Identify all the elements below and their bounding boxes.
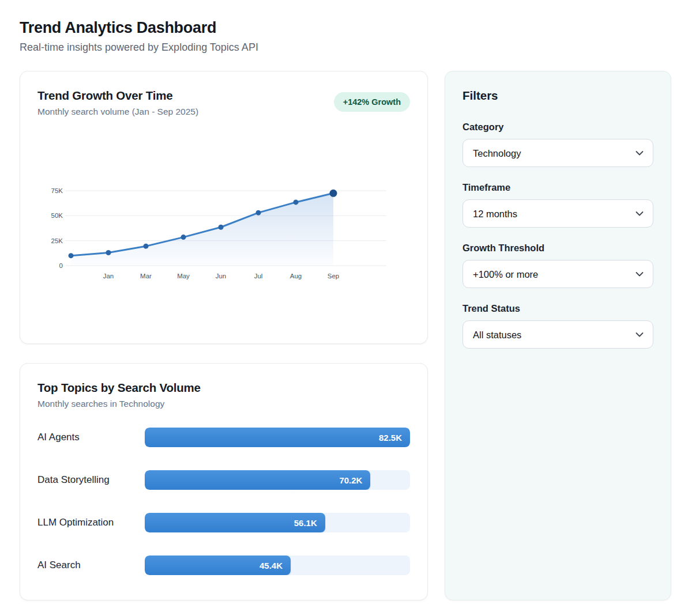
bar-value-label: 45.4K [260,561,283,570]
bar-track: 82.5K [145,428,410,447]
category-select[interactable]: Technology [462,139,653,167]
page-title: Trend Analytics Dashboard [20,19,671,37]
growth-threshold-select[interactable]: +100% or more [462,260,653,288]
top-topics-card: Top Topics by Search Volume Monthly sear… [20,363,428,600]
bar: 82.5K [145,428,410,447]
data-point [181,235,186,240]
area-fill [71,193,333,266]
filter-label-category: Category [462,122,653,133]
trend-status-select[interactable]: All statuses [462,320,653,349]
trend-card-subtitle: Monthly search volume (Jan - Sep 2025) [37,107,198,117]
y-axis-tick-label: 50K [51,212,63,219]
trend-card-title: Trend Growth Over Time [37,89,198,103]
data-point [294,199,299,205]
bar: 70.2K [145,470,370,490]
filter-group-timeframe: Timeframe12 months [462,182,653,228]
x-axis-tick-label: Jun [216,273,227,279]
trend-card-titles: Trend Growth Over Time Monthly search vo… [37,89,198,117]
filter-label-timeframe: Timeframe [462,182,653,193]
bar: 45.4K [145,555,291,575]
filters-panel: Filters CategoryTechnologyTimeframe12 mo… [445,71,671,600]
bar-value-label: 82.5K [379,433,402,443]
x-axis-tick-label: Jul [254,273,263,279]
bar-value-label: 70.2K [339,475,362,485]
select-wrapper: +100% or more [462,260,653,288]
filter-group-category: CategoryTechnology [462,122,653,167]
select-wrapper: All statuses [462,320,653,349]
bar-value-label: 56.1K [294,518,317,528]
y-axis-tick-label: 75K [51,187,63,194]
page-subtitle: Real-time insights powered by Exploding … [20,41,671,54]
data-point [219,225,224,230]
main-layout: Trend Growth Over Time Monthly search vo… [20,71,671,600]
x-axis-tick-label: Jan [103,273,114,279]
trend-card-header: Trend Growth Over Time Monthly search vo… [37,89,410,117]
select-wrapper: Technology [462,139,653,167]
bar-category-label: LLM Optimization [37,517,145,528]
bar-row: LLM Optimization56.1K [37,513,410,532]
page-header: Trend Analytics Dashboard Real-time insi… [20,19,671,54]
bar-category-label: Data Storytelling [37,474,145,486]
bar-category-label: AI Agents [37,432,145,443]
data-point [256,210,261,216]
trend-line-chart: 025K50K75KJanMarMayJunJulAugSep [37,185,411,284]
x-axis-tick-label: Aug [290,273,302,279]
filter-group-growth-threshold: Growth Threshold+100% or more [462,243,653,288]
trend-growth-card: Trend Growth Over Time Monthly search vo… [20,71,428,344]
filter-label-trend-status: Trend Status [462,303,653,314]
bar-row: Data Storytelling70.2K [37,470,410,490]
select-wrapper: 12 months [462,199,653,228]
x-axis-tick-label: Mar [140,273,152,279]
data-point [144,244,149,249]
bar-track: 56.1K [145,513,410,532]
bar-row: AI Search45.4K [37,555,410,575]
topics-card-subtitle: Monthly searches in Technology [37,399,410,409]
y-axis-tick-label: 25K [51,237,63,244]
topics-bars: AI Agents82.5KData Storytelling70.2KLLM … [37,428,410,575]
timeframe-select[interactable]: 12 months [462,199,653,228]
data-point [69,253,74,258]
bar-track: 70.2K [145,470,410,490]
bar-row: AI Agents82.5K [37,428,410,447]
data-point [106,250,111,255]
filters-groups: CategoryTechnologyTimeframe12 monthsGrow… [462,122,653,349]
bar-track: 45.4K [145,555,410,575]
x-axis-tick-label: May [177,273,190,279]
filter-label-growth-threshold: Growth Threshold [462,243,653,254]
topics-card-title: Top Topics by Search Volume [37,381,410,395]
bar-category-label: AI Search [37,560,145,571]
growth-badge: +142% Growth [334,92,410,112]
x-axis-tick-label: Sep [328,273,339,279]
filter-group-trend-status: Trend StatusAll statuses [462,303,653,349]
left-column: Trend Growth Over Time Monthly search vo… [20,71,428,600]
bar: 56.1K [145,513,325,532]
filters-title: Filters [462,89,653,103]
dashboard-page: Trend Analytics Dashboard Real-time insi… [0,0,692,600]
data-point [330,190,337,197]
y-axis-tick-label: 0 [59,262,63,269]
